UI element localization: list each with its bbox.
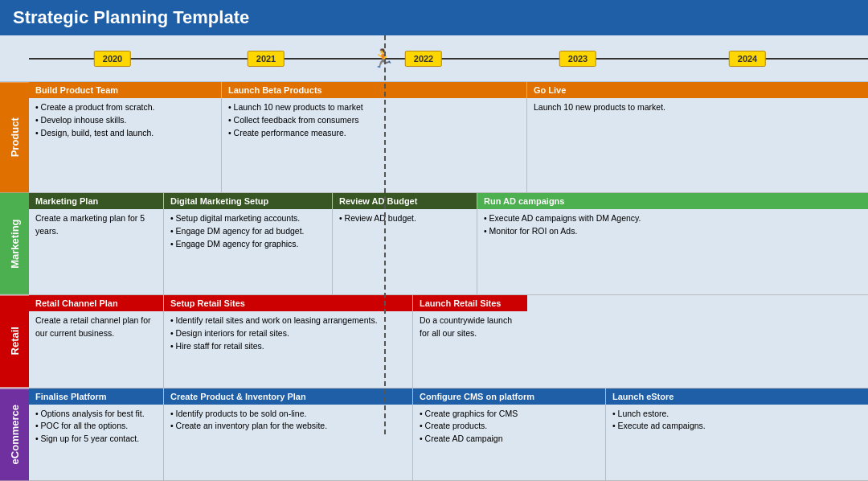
marketing-row: Marketing Marketing Plan Create a market… [0,193,868,295]
card-run-ad-campaigns: Run AD campaigns Execute AD campaigns wi… [477,193,868,294]
list-item: Execute AD campaigns with DM Agency. [484,212,862,225]
go-live-text: Launch 10 new products to market. [534,102,665,112]
card-header-retail-channel-plan: Retail Channel Plan [29,295,163,311]
card-header-run-ad-campaigns: Run AD campaigns [477,193,868,209]
card-body-review-ad-budget: Review AD budget. [333,209,477,294]
card-body-launch-retail-sites: Do a countrywide launch for all our site… [413,311,527,387]
marketing-label: Marketing [0,193,29,294]
card-header-marketing-plan: Marketing Plan [29,193,163,209]
card-build-product-team: Build Product Team Create a product from… [29,82,222,192]
ecommerce-label: eCommerce [0,388,29,480]
card-body-launch-beta: Launch 10 new products to market Collect… [222,98,526,192]
card-finalise-platform: Finalise Platform Options analysis for b… [29,388,164,480]
list-item: Create an inventory plan for the website… [170,420,406,433]
product-row: Product Build Product Team Create a prod… [0,82,868,193]
list-item: Create products. [420,420,599,433]
list-item: Lunch estore. [612,408,862,421]
card-body-run-ad-campaigns: Execute AD campaigns with DM Agency. Mon… [477,209,868,294]
list-item: Identify products to be sold on-line. [170,408,406,421]
retail-row-content: Retail Channel Plan Create a retail chan… [29,295,868,387]
card-body-marketing-plan: Create a marketing plan for 5 years. [29,209,163,294]
product-row-content: Build Product Team Create a product from… [29,82,868,192]
card-header-setup-retail-sites: Setup Retail Sites [164,295,412,311]
list-item: Hire staff for retail sites. [170,340,406,353]
card-setup-retail-sites: Setup Retail Sites Identify retail sites… [164,295,413,387]
card-retail-channel-plan: Retail Channel Plan Create a retail chan… [29,295,164,387]
card-marketing-plan: Marketing Plan Create a marketing plan f… [29,193,164,294]
list-item: Engage DM agency for ad budget. [170,225,326,238]
retail-label: Retail [0,295,29,387]
card-go-live: Go Live Launch 10 new products to market… [527,82,868,192]
card-body-setup-retail-sites: Identify retail sites and work on leasin… [164,311,412,387]
list-item: Develop inhouse skills. [35,114,215,127]
retail-spacer [527,295,868,387]
list-item: Options analysis for best fit. [35,408,157,421]
timeline: 2020 2021 2022 2023 2024 🏃 [0,35,868,82]
card-header-launch-estore: Launch eStore [606,388,868,405]
page-title: Strategic Planning Template [13,7,249,28]
list-item: Design interiors for retail sites. [170,327,406,340]
card-launch-estore: Launch eStore Lunch estore. Execute ad c… [606,388,868,480]
list-item: Setup digital marketing accounts. [170,212,326,225]
card-body-retail-channel-plan: Create a retail channel plan for our cur… [29,311,163,387]
list-item: Create graphics for CMS [420,408,599,421]
list-item: Identify retail sites and work on leasin… [170,314,406,327]
retail-channel-text: Create a retail channel plan for our cur… [35,315,151,338]
list-item: Monitor for ROI on Ads. [484,225,862,238]
marketing-row-content: Marketing Plan Create a marketing plan f… [29,193,868,294]
year-2024: 2024 [729,51,766,67]
card-body-build-product-team: Create a product from scratch. Develop i… [29,98,221,192]
year-2022: 2022 [405,51,442,67]
card-header-configure-cms: Configure CMS on platform [413,388,605,405]
card-review-ad-budget: Review AD Budget Review AD budget. [333,193,477,294]
ecommerce-row-content: Finalise Platform Options analysis for b… [29,388,868,480]
year-2021: 2021 [248,51,285,67]
list-item: Create AD campaign [420,433,599,446]
card-body-digital-marketing: Setup digital marketing accounts. Engage… [164,209,332,294]
card-body-configure-cms: Create graphics for CMS Create products.… [413,405,605,480]
card-header-product-inventory-plan: Create Product & Inventory Plan [164,388,412,405]
list-item: Collect feedback from consumers [228,114,520,127]
card-header-go-live: Go Live [527,82,868,98]
card-header-launch-retail-sites: Launch Retail Sites [413,295,527,311]
card-body-go-live: Launch 10 new products to market. [527,98,868,192]
card-header-build-product-team: Build Product Team [29,82,221,98]
card-product-inventory-plan: Create Product & Inventory Plan Identify… [164,388,413,480]
year-2023: 2023 [559,51,596,67]
retail-row: Retail Retail Channel Plan Create a reta… [0,295,868,388]
card-header-finalise-platform: Finalise Platform [29,388,163,405]
ecommerce-row: eCommerce Finalise Platform Options anal… [0,388,868,481]
runner-icon: 🏃 [372,48,394,69]
content-area: Product Build Product Team Create a prod… [0,82,868,481]
card-header-digital-marketing: Digital Marketing Setup [164,193,332,209]
launch-retail-text: Do a countrywide launch for all our site… [420,315,512,338]
product-label: Product [0,82,29,192]
card-launch-beta: Launch Beta Products Launch 10 new produ… [222,82,527,192]
marketing-plan-text: Create a marketing plan for 5 years. [35,213,145,236]
card-header-review-ad-budget: Review AD Budget [333,193,477,209]
list-item: Launch 10 new products to market [228,101,520,114]
page-header: Strategic Planning Template [0,0,868,35]
card-header-launch-beta: Launch Beta Products [222,82,526,98]
year-2020: 2020 [94,51,131,67]
card-configure-cms: Configure CMS on platform Create graphic… [413,388,606,480]
list-item: Create performance measure. [228,127,520,140]
card-body-finalise-platform: Options analysis for best fit. POC for a… [29,405,163,480]
card-body-product-inventory-plan: Identify products to be sold on-line. Cr… [164,405,412,480]
list-item: Design, build, test and launch. [35,127,215,140]
card-launch-retail-sites: Launch Retail Sites Do a countrywide lau… [413,295,527,387]
list-item: Create a product from scratch. [35,101,215,114]
list-item: Review AD budget. [339,212,470,225]
list-item: Sign up for 5 year contact. [35,433,157,446]
list-item: POC for all the options. [35,420,157,433]
card-body-launch-estore: Lunch estore. Execute ad campaigns. [606,405,868,480]
card-digital-marketing: Digital Marketing Setup Setup digital ma… [164,193,333,294]
list-item: Engage DM agency for graphics. [170,238,326,251]
list-item: Execute ad campaigns. [612,420,862,433]
current-time-line [384,35,386,434]
